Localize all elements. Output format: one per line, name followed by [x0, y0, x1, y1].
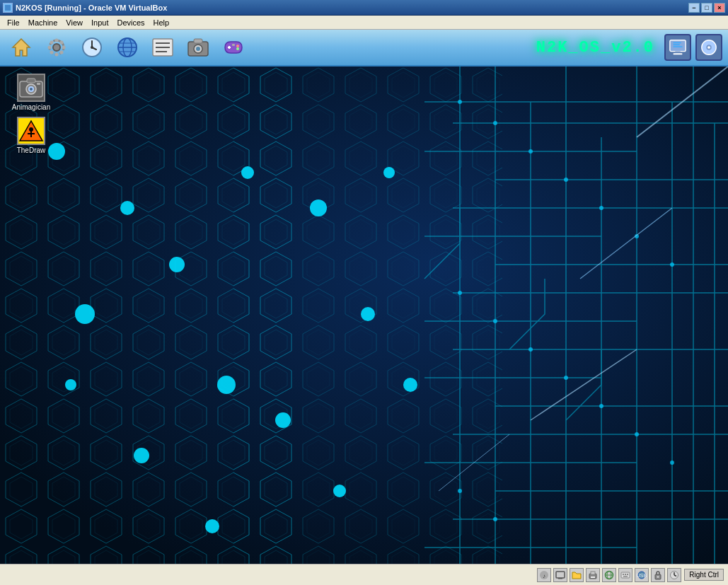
- svg-point-43: [707, 46, 710, 49]
- animagician-icon-label: Animagician: [11, 103, 52, 111]
- svg-point-7: [48, 46, 52, 50]
- desktop-icon-animagician[interactable]: Animagician: [6, 72, 57, 112]
- toolbar-settings-button[interactable]: [41, 32, 72, 63]
- status-icon-printer[interactable]: [586, 568, 600, 582]
- thedraw-icon-image: !: [17, 117, 45, 145]
- svg-point-96: [310, 199, 327, 216]
- desktop: Animagician ! TheDraw: [0, 66, 728, 564]
- toolbar-globe-button[interactable]: [112, 32, 143, 63]
- status-bar: ♪ USB Right Ctrl: [0, 564, 728, 585]
- os-logo-text: N2K_OS_v2.0: [536, 39, 654, 57]
- title-bar-left: N2KOS [Running] - Oracle VM VirtualBox: [3, 3, 167, 13]
- svg-marker-2: [13, 39, 30, 56]
- desktop-icons: Animagician ! TheDraw: [6, 72, 57, 156]
- desktop-background: [0, 66, 728, 564]
- svg-point-77: [528, 149, 533, 154]
- svg-point-3: [53, 44, 60, 51]
- toolbar-monitor-icon[interactable]: [664, 34, 691, 61]
- title-bar-title: N2KOS [Running] - Oracle VM VirtualBox: [16, 4, 167, 12]
- svg-point-9: [50, 41, 54, 45]
- svg-point-32: [236, 45, 239, 47]
- svg-point-88: [670, 461, 674, 465]
- menu-help[interactable]: Help: [149, 16, 174, 29]
- svg-point-86: [599, 404, 603, 408]
- title-bar-controls[interactable]: − □ ×: [688, 3, 725, 13]
- svg-point-95: [217, 376, 236, 394]
- status-icon-display[interactable]: [553, 568, 567, 582]
- status-icons: ♪ USB: [537, 568, 681, 582]
- svg-point-94: [169, 257, 185, 272]
- svg-point-101: [403, 378, 417, 392]
- svg-rect-35: [670, 40, 686, 52]
- svg-point-119: [29, 127, 33, 132]
- svg-point-98: [275, 412, 291, 428]
- svg-rect-125: [558, 578, 562, 579]
- thedraw-icon-label: TheDraw: [16, 146, 47, 154]
- svg-point-100: [383, 167, 395, 178]
- svg-point-11: [50, 51, 54, 54]
- toolbar-screenshot-button[interactable]: [183, 32, 214, 63]
- status-icon-usb[interactable]: USB: [635, 568, 649, 582]
- menu-devices[interactable]: Devices: [112, 16, 149, 29]
- menu-view[interactable]: View: [62, 16, 87, 29]
- svg-point-75: [458, 100, 462, 104]
- restore-button[interactable]: □: [701, 3, 712, 13]
- svg-rect-115: [37, 83, 40, 85]
- svg-rect-37: [674, 53, 683, 54]
- svg-point-99: [333, 485, 346, 497]
- svg-text:♪: ♪: [543, 573, 545, 579]
- status-icon-folder[interactable]: [570, 568, 584, 582]
- title-bar: N2KOS [Running] - Oracle VM VirtualBox −…: [0, 0, 728, 16]
- status-icon-clock[interactable]: [667, 568, 681, 582]
- menu-bar: File Machine View Input Devices Help: [0, 16, 728, 30]
- svg-point-92: [120, 201, 134, 215]
- toolbar: N2K_OS_v2.0: [0, 30, 728, 66]
- svg-point-140: [657, 576, 659, 578]
- svg-rect-127: [591, 572, 595, 574]
- svg-point-10: [60, 51, 64, 54]
- svg-rect-134: [625, 574, 626, 575]
- status-icon-audio[interactable]: ♪: [537, 568, 551, 582]
- close-button[interactable]: ×: [714, 3, 725, 13]
- menu-file[interactable]: File: [3, 16, 24, 29]
- svg-point-33: [236, 47, 239, 50]
- title-bar-app-icon: [3, 3, 13, 13]
- svg-point-5: [55, 39, 59, 42]
- svg-rect-1: [6, 6, 10, 10]
- toolbar-clock-button[interactable]: [76, 32, 108, 63]
- svg-rect-135: [627, 574, 628, 575]
- menu-input[interactable]: Input: [87, 16, 112, 29]
- svg-point-16: [91, 46, 93, 49]
- svg-point-89: [458, 489, 462, 493]
- svg-point-82: [458, 291, 462, 295]
- svg-rect-34: [232, 44, 235, 46]
- svg-point-6: [55, 53, 59, 57]
- svg-rect-136: [623, 576, 628, 577]
- animagician-icon-image: [17, 74, 45, 102]
- svg-point-76: [493, 121, 497, 125]
- toolbar-home-button[interactable]: [6, 32, 37, 63]
- svg-point-28: [196, 47, 200, 51]
- svg-point-12: [60, 41, 64, 45]
- svg-point-104: [65, 379, 76, 390]
- menu-machine[interactable]: Machine: [24, 16, 62, 29]
- svg-point-81: [670, 262, 674, 267]
- svg-point-103: [134, 448, 149, 463]
- toolbar-media-icon[interactable]: [695, 34, 722, 61]
- svg-rect-133: [623, 574, 624, 575]
- desktop-icon-thedraw[interactable]: ! TheDraw: [6, 115, 57, 156]
- svg-rect-124: [556, 572, 565, 578]
- svg-point-113: [30, 88, 33, 91]
- svg-point-79: [599, 206, 603, 210]
- right-ctrl-label: Right Ctrl: [684, 569, 724, 581]
- svg-point-84: [528, 347, 533, 352]
- minimize-button[interactable]: −: [688, 3, 700, 13]
- status-icon-keyboard[interactable]: [618, 568, 632, 582]
- svg-point-93: [75, 304, 95, 324]
- toolbar-gamepad-button[interactable]: [218, 32, 249, 63]
- status-icon-network[interactable]: [602, 568, 616, 582]
- svg-rect-29: [194, 39, 202, 43]
- toolbar-list-button[interactable]: [147, 32, 178, 63]
- status-icon-lock[interactable]: [651, 568, 665, 582]
- svg-point-97: [361, 307, 375, 321]
